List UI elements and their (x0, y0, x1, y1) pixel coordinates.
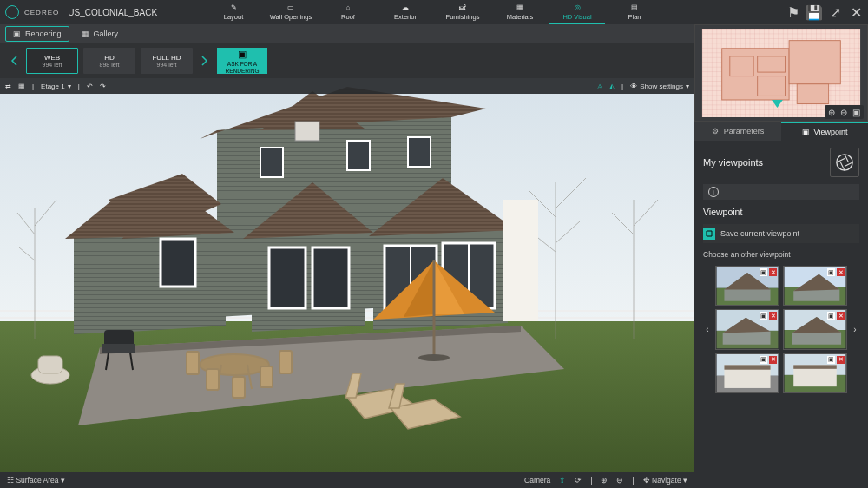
svg-rect-63 (758, 56, 786, 72)
panel-tab-parameters[interactable]: ⚙ Parameters (694, 122, 781, 141)
tab-label: Furnishings (446, 13, 480, 21)
viewpoint-thumb-5[interactable]: ▣✕ (715, 353, 779, 393)
zoom-out-button[interactable]: ⊖ (616, 476, 623, 485)
camera-person-button[interactable]: ⇪ (559, 476, 566, 485)
save-icon[interactable]: 💾 (807, 5, 821, 19)
viewpoint-thumb-3[interactable]: ▣✕ (715, 309, 779, 349)
main-tabs: ✎ Layout ▭ Wall Openings ⌂ Roof ☁ Exteri… (174, 0, 694, 24)
minimap-zoom-in[interactable]: ⊕ (828, 108, 835, 117)
perspective-tool-a[interactable]: ◬ (597, 82, 602, 90)
viewpoint-thumb-6[interactable]: ▣✕ (783, 353, 847, 393)
surface-area-button[interactable]: ☷ Surface Area ▾ (7, 476, 65, 485)
tab-label: Layout (224, 13, 244, 21)
grid-toggle-button[interactable]: ▦ (18, 82, 25, 90)
app-logo-icon (5, 5, 19, 19)
floor-selector[interactable]: Etage 1 ▾ (41, 82, 71, 90)
render-icon: ▣ (13, 30, 22, 38)
pencil-icon: ✎ (231, 2, 237, 12)
chevron-left-icon (10, 56, 17, 66)
navigate-button[interactable]: ✥ Navigate ▾ (643, 476, 687, 485)
info-bar[interactable]: i (703, 184, 859, 200)
zoom-in-button[interactable]: ⊕ (601, 476, 608, 485)
option-sub: 994 left (43, 62, 62, 68)
navigate-label: Navigate (652, 476, 681, 485)
project-name: US_COLONIAL_BACK (68, 8, 157, 17)
thumb-delete-icon[interactable]: ✕ (837, 356, 845, 364)
svg-rect-20 (269, 247, 306, 308)
thumb-delete-icon[interactable]: ✕ (837, 312, 845, 320)
viewpoint-thumb-4[interactable]: ▣✕ (783, 309, 847, 349)
divider: | (632, 476, 634, 485)
compass-icon: ✥ (643, 476, 650, 485)
thumb-delete-icon[interactable]: ✕ (769, 312, 777, 320)
render-option-hd[interactable]: HD 898 left (83, 48, 135, 74)
thumb-type-icon: ▣ (760, 356, 767, 364)
viewpoint-header: My viewpoints (703, 148, 859, 177)
swatch-icon: ▦ (516, 2, 523, 12)
ruler-icon: ☷ (7, 476, 14, 485)
subtab-rendering[interactable]: ▣ Rendering (5, 26, 69, 42)
thumb-type-icon: ▣ (760, 312, 767, 320)
thumb-type-icon: ▣ (827, 312, 835, 320)
perspective-tool-b[interactable]: ◭ (609, 82, 615, 90)
tab-label: Roof (341, 13, 355, 21)
tab-layout[interactable]: ✎ Layout (206, 0, 261, 24)
shuffle-button[interactable]: ⇄ (5, 82, 11, 90)
prev-arrow[interactable] (7, 48, 21, 74)
tab-materials[interactable]: ▦ Materials (492, 0, 548, 24)
subtab-label: Rendering (25, 30, 62, 38)
panel-tab-label: Viewpoint (814, 128, 848, 136)
thumb-delete-icon[interactable]: ✕ (837, 268, 845, 276)
show-settings-button[interactable]: 👁 Show settings ▾ (630, 82, 689, 90)
ask-line1: ASK FOR A (227, 61, 257, 67)
panel-tab-viewpoint[interactable]: ▣ Viewpoint (781, 122, 868, 141)
render-option-fullhd[interactable]: FULL HD 994 left (141, 48, 193, 74)
svg-rect-46 (233, 377, 245, 398)
tab-furnishings[interactable]: 🛋 Furnishings (435, 0, 490, 24)
viewpoint-thumb-2[interactable]: ▣✕ (783, 266, 847, 306)
thumb-delete-icon[interactable]: ✕ (769, 268, 777, 276)
minimap-center[interactable]: ▣ (852, 108, 860, 117)
save-viewpoint-button[interactable]: Save current viewpoint (703, 224, 859, 243)
surface-area-label: Surface Area (16, 476, 58, 485)
gallery-icon: ▦ (82, 30, 90, 38)
thumbs-next[interactable]: › (851, 325, 859, 334)
close-icon[interactable]: ✕ (849, 5, 863, 19)
render-subtabs: ▣ Rendering ▦ Gallery (0, 24, 694, 43)
undo-button[interactable]: ↶ (87, 82, 93, 90)
tab-hd-visual[interactable]: ◎ HD Visual (549, 0, 605, 24)
thumbs-prev[interactable]: ‹ (703, 325, 712, 334)
camera-orbit-button[interactable]: ⟳ (575, 476, 582, 485)
tab-exterior[interactable]: ☁ Exterior (378, 0, 433, 24)
divider: | (621, 82, 623, 90)
thumb-type-icon: ▣ (827, 268, 835, 276)
viewpoints-heading: My viewpoints (703, 157, 763, 168)
option-title: HD (104, 54, 115, 62)
fullscreen-icon[interactable]: ⤢ (828, 5, 842, 19)
viewpoint-thumb-1[interactable]: ▣✕ (715, 266, 779, 306)
subtab-gallery[interactable]: ▦ Gallery (75, 27, 126, 41)
redo-button[interactable]: ↷ (100, 82, 106, 90)
next-arrow[interactable] (198, 48, 212, 74)
tab-wall-openings[interactable]: ▭ Wall Openings (263, 0, 319, 24)
thumb-delete-icon[interactable]: ✕ (769, 356, 777, 364)
tab-roof[interactable]: ⌂ Roof (320, 0, 376, 24)
svg-rect-29 (260, 148, 283, 177)
thumb-type-icon: ▣ (760, 268, 767, 276)
notifications-icon[interactable]: ⚑ (786, 5, 800, 19)
svg-rect-21 (312, 247, 349, 308)
tab-label: Plan (628, 13, 641, 21)
option-sub: 994 left (157, 62, 177, 68)
capture-viewpoint-button[interactable] (830, 148, 859, 177)
render-option-web[interactable]: WEB 994 left (26, 48, 78, 74)
minimap-tools: ⊕ ⊖ ▣ (825, 105, 864, 119)
viewport-3d[interactable]: ⇄ ▦ | Etage 1 ▾ | ↶ ↷ ◬ ◭ | 👁 Show setti… (0, 78, 694, 472)
divider: | (590, 476, 592, 485)
minimap-zoom-out[interactable]: ⊖ (840, 108, 847, 117)
floorplan-minimap[interactable]: ⊕ ⊖ ▣ (694, 24, 868, 122)
ask-rendering-button[interactable]: ▣ ASK FOR A RENDERING (217, 48, 267, 74)
divider: | (32, 82, 34, 90)
info-icon: i (708, 187, 719, 197)
svg-rect-91 (793, 365, 837, 368)
tab-plan[interactable]: ▤ Plan (607, 0, 662, 24)
